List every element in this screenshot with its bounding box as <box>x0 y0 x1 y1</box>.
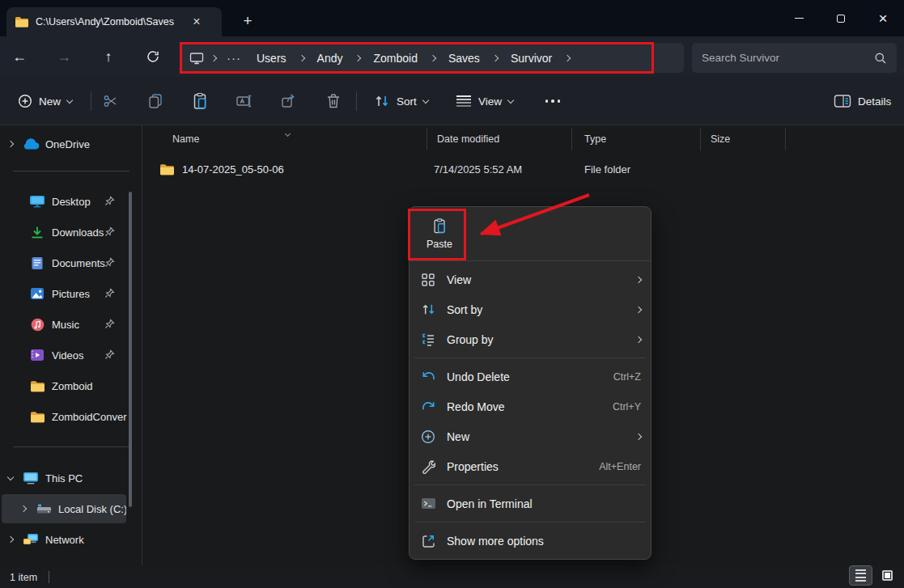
share-icon <box>280 92 298 110</box>
videos-icon <box>28 349 47 362</box>
back-button[interactable]: ← <box>5 42 34 71</box>
minimize-button[interactable] <box>778 0 820 36</box>
sort-button-label: Sort <box>397 95 417 108</box>
sidebar-item-label: Network <box>45 534 128 546</box>
chevron-right-icon[interactable] <box>354 54 361 61</box>
chevron-down-icon[interactable] <box>7 474 14 480</box>
forward-button[interactable]: → <box>49 42 79 71</box>
explorer-tab[interactable]: C:\Users\Andy\Zomboid\Saves × <box>6 7 222 36</box>
column-header-type[interactable]: Type <box>572 128 701 150</box>
menu-item-properties[interactable]: Properties Alt+Enter <box>410 451 651 481</box>
breadcrumb-item-survivor[interactable]: Survivor <box>503 48 559 69</box>
close-button[interactable]: × <box>862 0 904 36</box>
details-pane-button[interactable]: Details <box>825 87 899 116</box>
refresh-button[interactable] <box>138 42 168 71</box>
menu-item-shortcut: Ctrl+Y <box>613 401 641 412</box>
menu-item-open-in-terminal[interactable]: Open in Terminal <box>410 489 651 518</box>
chevron-right-icon[interactable] <box>298 54 304 61</box>
folder-icon <box>28 380 47 392</box>
sidebar-scrollbar[interactable] <box>129 192 132 507</box>
search-box[interactable] <box>692 43 897 73</box>
sidebar-item-videos[interactable]: Videos <box>0 341 128 370</box>
chevron-right-icon[interactable] <box>7 536 14 543</box>
breadcrumb-item-andy[interactable]: Andy <box>310 48 350 69</box>
command-bar: New Sort View Details <box>0 77 904 125</box>
rename-icon <box>236 92 253 110</box>
view-button[interactable]: View <box>448 87 521 116</box>
grid-view-icon <box>419 273 437 287</box>
chevron-down-icon <box>66 96 73 103</box>
new-button[interactable]: New <box>10 87 80 116</box>
sidebar-item-zomboid[interactable]: Zomboid <box>0 371 128 400</box>
breadcrumb-item-saves[interactable]: Saves <box>441 48 487 69</box>
up-button[interactable]: ↑ <box>94 42 123 71</box>
menu-item-view[interactable]: View <box>410 264 651 294</box>
chevron-right-icon[interactable] <box>564 54 571 61</box>
sidebar-item-music[interactable]: Music <box>0 310 128 339</box>
paste-button[interactable] <box>185 87 214 116</box>
menu-item-group-by[interactable]: Group by <box>410 324 651 354</box>
undo-icon <box>419 370 437 384</box>
refresh-icon <box>146 49 160 64</box>
chevron-down-icon <box>507 96 514 103</box>
column-header-size[interactable]: Size <box>701 128 786 150</box>
status-bar: 1 item <box>0 566 904 588</box>
delete-button[interactable] <box>319 87 348 116</box>
sort-button[interactable]: Sort <box>366 87 436 116</box>
pictures-icon <box>28 287 47 300</box>
breadcrumb-ellipsis[interactable]: ··· <box>222 51 246 65</box>
copy-button[interactable] <box>141 87 170 116</box>
menu-item-sort-by[interactable]: Sort by <box>410 294 651 324</box>
file-row[interactable]: 14-07-2025_05-50-06 7/14/2025 5:52 AM Fi… <box>143 156 904 182</box>
breadcrumb-item-zomboid[interactable]: Zomboid <box>366 48 424 69</box>
new-tab-button[interactable]: + <box>236 10 259 32</box>
menu-separator <box>414 357 646 358</box>
cut-button[interactable] <box>96 87 125 116</box>
context-paste-button[interactable]: Paste <box>414 210 465 257</box>
this-pc-icon[interactable] <box>189 52 204 65</box>
chevron-right-icon <box>635 336 642 342</box>
redo-icon <box>419 400 437 414</box>
search-icon[interactable] <box>874 52 887 65</box>
chevron-right-icon <box>635 306 642 312</box>
chevron-right-icon[interactable] <box>20 506 27 512</box>
status-separator <box>49 571 49 583</box>
pin-icon <box>104 319 115 332</box>
sidebar-item-downloads[interactable]: Downloads <box>0 218 128 247</box>
large-icons-view-button[interactable] <box>876 565 899 586</box>
sidebar-item-desktop[interactable]: Desktop <box>0 187 128 216</box>
search-input[interactable] <box>702 52 874 64</box>
chevron-right-icon[interactable] <box>492 54 499 61</box>
menu-item-redo-move[interactable]: Redo Move Ctrl+Y <box>410 391 651 421</box>
scissors-icon <box>102 92 120 110</box>
chevron-right-icon[interactable] <box>430 54 436 61</box>
menu-item-new[interactable]: New <box>410 421 651 451</box>
sidebar-item-onedrive[interactable]: OneDrive <box>0 129 128 159</box>
sidebar-item-this-pc[interactable]: This PC <box>0 463 128 493</box>
titlebar: C:\Users\Andy\Zomboid\Saves × + × <box>0 0 904 36</box>
menu-item-undo-delete[interactable]: Undo Delete Ctrl+Z <box>410 362 651 391</box>
share-button[interactable] <box>274 87 303 116</box>
chevron-right-icon[interactable] <box>210 54 217 61</box>
more-options-button[interactable] <box>538 87 567 116</box>
pin-icon <box>104 257 115 270</box>
column-header-name[interactable]: Name <box>143 128 427 150</box>
sidebar-item-pictures[interactable]: Pictures <box>0 279 128 308</box>
pin-icon <box>104 288 115 301</box>
sidebar-item-label: ZomboidConver <box>52 411 128 423</box>
sidebar-item-local-disk-c[interactable]: Local Disk (C:) <box>2 494 126 523</box>
sidebar-item-network[interactable]: Network <box>0 525 128 554</box>
tab-close-icon[interactable]: × <box>188 13 206 31</box>
chevron-right-icon[interactable] <box>7 141 14 147</box>
show-more-options-icon <box>419 534 437 548</box>
rename-button[interactable] <box>230 87 259 116</box>
breadcrumb-item-users[interactable]: Users <box>249 48 294 69</box>
address-bar[interactable]: ··· Users Andy Zomboid Saves Survivor <box>180 43 684 73</box>
column-header-date-modified[interactable]: Date modified <box>427 128 572 150</box>
sidebar-item-zomboidconverter[interactable]: ZomboidConver <box>0 402 128 431</box>
menu-item-show-more-options[interactable]: Show more options <box>410 526 651 556</box>
sidebar-item-documents[interactable]: Documents <box>0 248 128 277</box>
menu-item-label: Show more options <box>447 535 641 548</box>
details-view-button[interactable] <box>849 565 872 586</box>
maximize-button[interactable] <box>820 0 862 36</box>
